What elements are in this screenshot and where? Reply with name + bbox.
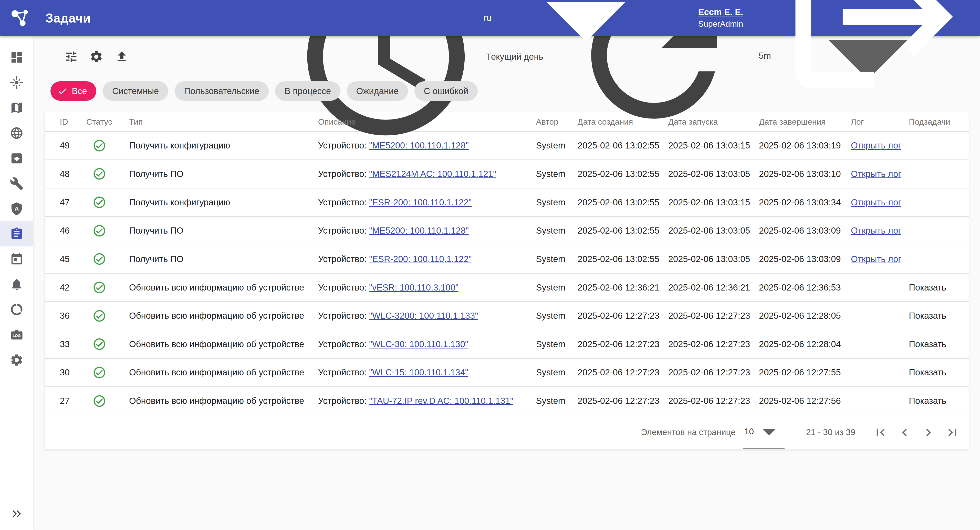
filter-button[interactable] (59, 44, 84, 69)
task-id-cell: 36 (45, 302, 83, 330)
sidebar-item-inventory[interactable] (0, 146, 33, 171)
task-type-cell: Обновить всю информацию об устройстве (125, 302, 314, 330)
check-icon (57, 86, 67, 96)
filter-chip-5[interactable]: С ошибкой (414, 81, 478, 101)
task-created-cell: 2025-02-06 13:02:55 (574, 160, 665, 188)
task-status-cell (83, 245, 125, 273)
description-prefix: Устройство: (318, 169, 369, 179)
task-status-cell (83, 302, 125, 330)
sidebar-item-firmware-security[interactable]: A (0, 196, 33, 221)
column-header-0: ID (45, 112, 83, 131)
task-started-cell: 2025-02-06 12:27:23 (665, 302, 755, 330)
clipboard-icon (10, 227, 24, 241)
task-log-cell (847, 387, 905, 415)
sidebar-item-settings[interactable] (0, 348, 33, 373)
task-type-cell: Получить ПО (125, 160, 314, 188)
sidebar-item-notifications[interactable] (0, 272, 33, 297)
upload-icon (115, 50, 129, 64)
task-subtasks-cell: Показать (905, 302, 969, 330)
task-id-cell: 33 (45, 330, 83, 358)
filter-chip-1[interactable]: Системные (103, 81, 168, 101)
sidebar-item-map[interactable] (0, 95, 33, 120)
description-prefix: Устройство: (318, 226, 369, 235)
show-subtasks-button[interactable]: Показать (909, 339, 946, 349)
sidebar-item-monitoring[interactable] (0, 297, 33, 322)
last-page-button[interactable] (945, 425, 960, 440)
task-created-cell: 2025-02-06 13:02:55 (574, 245, 665, 273)
task-log-cell (847, 330, 905, 358)
open-log-link[interactable]: Открыть лог (851, 226, 901, 235)
device-link[interactable]: "WLC-15: 100.110.1.134" (369, 367, 468, 377)
status-success-icon (92, 167, 106, 181)
sidebar-item-alarms[interactable] (0, 70, 33, 95)
device-link[interactable]: "MES2124M AC: 100.110.1.121" (369, 169, 496, 179)
description-prefix: Устройство: (318, 140, 369, 150)
task-status-cell (83, 131, 125, 160)
device-link[interactable]: "WLC-30: 100.110.1.130" (369, 339, 468, 349)
task-started-cell: 2025-02-06 12:27:23 (665, 330, 755, 358)
items-per-page-select[interactable]: 10 (743, 416, 784, 449)
export-button[interactable] (109, 44, 134, 69)
device-link[interactable]: "TAU-72.IP rev.D AC: 100.110.1.131" (369, 396, 513, 405)
open-log-link[interactable]: Открыть лог (851, 140, 901, 150)
task-author-cell: System (532, 245, 574, 273)
settings-button[interactable] (84, 44, 109, 69)
table-row: 36Обновить всю информацию об устройствеУ… (45, 302, 969, 330)
sidebar-item-tools[interactable] (0, 171, 33, 196)
task-finished-cell: 2025-02-06 13:03:34 (755, 188, 847, 217)
task-subtasks-cell (905, 188, 969, 217)
show-subtasks-button[interactable]: Показать (909, 311, 946, 321)
task-author-cell: System (532, 387, 574, 415)
task-id-cell: 45 (45, 245, 83, 273)
sidebar-item-network[interactable] (0, 121, 33, 146)
sidebar-item-schedule[interactable] (0, 246, 33, 271)
next-page-button[interactable] (921, 425, 936, 440)
description-prefix: Устройство: (318, 311, 369, 321)
device-link[interactable]: "WLC-3200: 100.110.1.133" (369, 311, 478, 321)
sidebar-item-dashboard[interactable] (0, 45, 33, 70)
task-type-cell: Получить конфигурацию (125, 131, 314, 160)
first-page-button[interactable] (873, 425, 888, 440)
device-link[interactable]: "ESR-200: 100.110.1.122" (369, 198, 472, 207)
table-row: 48Получить ПОУстройство: "MES2124M AC: 1… (45, 160, 969, 188)
user-name[interactable]: Eccm E. E. (698, 7, 743, 17)
task-author-cell: System (532, 160, 574, 188)
chevron-right-icon (921, 425, 936, 440)
status-success-icon (92, 195, 106, 209)
open-log-link[interactable]: Открыть лог (851, 254, 901, 264)
device-link[interactable]: "ESR-200: 100.110.1.122" (369, 254, 472, 264)
device-link[interactable]: "ME5200: 100.110.1.128" (369, 226, 469, 235)
previous-page-button[interactable] (897, 425, 912, 440)
task-subtasks-cell: Показать (905, 358, 969, 387)
task-status-cell (83, 188, 125, 217)
open-log-link[interactable]: Открыть лог (851, 169, 901, 179)
filter-chip-0[interactable]: Все (51, 81, 97, 101)
description-prefix: Устройство: (318, 367, 369, 377)
column-header-2: Тип (125, 112, 314, 131)
device-link[interactable]: "vESR: 100.110.3.100" (369, 283, 458, 292)
task-created-cell: 2025-02-06 12:27:23 (574, 387, 665, 415)
show-subtasks-button[interactable]: Показать (909, 283, 946, 292)
language-value: ru (484, 13, 492, 23)
status-success-icon (92, 337, 106, 351)
task-started-cell: 2025-02-06 13:03:05 (665, 160, 755, 188)
language-select[interactable]: ru (484, 0, 681, 113)
open-log-link[interactable]: Открыть лог (851, 198, 901, 207)
show-subtasks-button[interactable]: Показать (909, 367, 946, 377)
task-log-cell: Открыть лог (847, 216, 905, 245)
filter-chip-2[interactable]: Пользовательские (175, 81, 269, 101)
sidebar-item-log-archive[interactable]: LOG (0, 322, 33, 348)
logout-button[interactable] (780, 0, 969, 113)
task-author-cell: System (532, 216, 574, 245)
user-menu[interactable]: Eccm E. E. SuperAdmin (698, 7, 743, 29)
filter-chip-3[interactable]: В процессе (275, 81, 340, 101)
task-finished-cell: 2025-02-06 13:03:09 (755, 216, 847, 245)
task-id-cell: 27 (45, 387, 83, 415)
status-success-icon (92, 309, 106, 323)
show-subtasks-button[interactable]: Показать (909, 396, 946, 405)
task-started-cell: 2025-02-06 13:03:05 (665, 245, 755, 273)
filter-chip-4[interactable]: Ожидание (347, 81, 408, 101)
sidebar-item-tasks[interactable] (0, 221, 33, 246)
device-link[interactable]: "ME5200: 100.110.1.128" (369, 140, 469, 150)
toolbar-actions (59, 44, 134, 69)
